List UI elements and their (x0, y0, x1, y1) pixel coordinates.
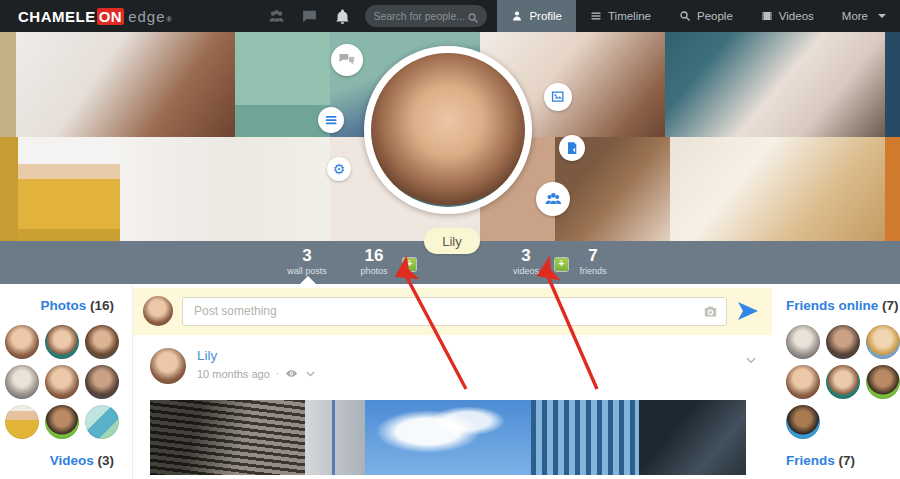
tab-profile[interactable]: Profile (497, 0, 576, 32)
navbar-tabs: Profile Timeline People Videos More (497, 0, 900, 32)
friend-avatar[interactable] (826, 325, 860, 359)
friends-label: friends (566, 266, 620, 276)
friends-group-icon (544, 190, 563, 209)
friend-avatar[interactable] (866, 325, 900, 359)
photo-thumbnail[interactable] (45, 325, 79, 359)
post-image-city[interactable] (150, 400, 746, 475)
settings-button[interactable]: ⚙ (327, 157, 351, 181)
messages-icon[interactable] (301, 8, 318, 25)
send-post-button[interactable] (736, 299, 760, 323)
tab-timeline[interactable]: Timeline (576, 0, 665, 32)
post-author-name[interactable]: Lily (197, 348, 317, 363)
cover-photo (665, 32, 885, 137)
feed-column: Lily 10 months ago · (133, 284, 772, 479)
search-icon[interactable] (467, 10, 479, 22)
users-icon[interactable] (268, 8, 285, 25)
photo-thumbnail[interactable] (85, 405, 119, 439)
tab-timeline-label: Timeline (608, 10, 651, 22)
videos-heading-title: Videos (50, 453, 94, 468)
photo-thumbnail[interactable] (85, 325, 119, 359)
friends-heading-count: (7) (839, 453, 856, 468)
post-composer (133, 288, 772, 335)
friend-avatar[interactable] (786, 405, 820, 439)
post-author-avatar[interactable] (150, 348, 186, 384)
photo-icon (550, 89, 565, 104)
tab-people[interactable]: People (665, 0, 747, 32)
people-search-icon (679, 10, 691, 22)
search-bar (365, 5, 487, 27)
add-photo-button[interactable] (544, 83, 572, 111)
friends-online-count: (7) (882, 298, 899, 313)
composer-avatar[interactable] (143, 296, 173, 326)
stat-photos[interactable]: 16 photos + (349, 247, 399, 276)
friends-online-title: Friends online (786, 298, 878, 313)
tab-more[interactable]: More (828, 0, 900, 32)
add-photos-button[interactable]: + (403, 258, 416, 271)
friends-online-heading[interactable]: Friends online (7) (786, 298, 899, 313)
add-video-button[interactable] (559, 135, 585, 161)
wall-post: Lily 10 months ago · (133, 335, 772, 475)
composer-input-wrap (182, 297, 727, 326)
friend-avatar[interactable] (866, 365, 900, 399)
friends-section-heading[interactable]: Friends (7) (786, 453, 899, 468)
wall-posts-label: wall posts (278, 266, 336, 276)
search-input[interactable] (373, 10, 467, 22)
photos-count: 16 (349, 247, 399, 265)
notifications-bell-icon[interactable] (334, 8, 351, 25)
active-tab-notch (300, 276, 316, 284)
cover-photo (235, 32, 330, 137)
hamburger-menu-icon (324, 113, 338, 127)
gear-icon: ⚙ (333, 162, 346, 176)
photo-thumbnail[interactable] (45, 365, 79, 399)
camera-icon[interactable] (702, 303, 719, 320)
chevron-down-icon (878, 14, 886, 18)
logo-text-on: ON (97, 8, 125, 25)
friends-heading-title: Friends (786, 453, 835, 468)
friends-button[interactable] (536, 182, 570, 216)
wall-posts-count: 3 (278, 247, 336, 265)
videos-section-heading[interactable]: Videos (3) (0, 453, 132, 468)
friend-avatar[interactable] (826, 365, 860, 399)
photos-section-heading[interactable]: Photos (16) (0, 298, 132, 313)
stat-videos[interactable]: 3 videos + (501, 247, 551, 276)
post-image-segment (531, 400, 638, 475)
profile-avatar[interactable] (364, 46, 532, 214)
cover-photo (885, 32, 900, 137)
cover-photo-collage: ⚙ Lily (0, 32, 900, 241)
friend-avatar[interactable] (786, 365, 820, 399)
photo-thumbnail[interactable] (45, 405, 79, 439)
profile-name: Lily (442, 234, 462, 249)
post-options-chevron-icon[interactable] (744, 353, 758, 367)
app-logo[interactable]: CHAMELEONedge® (18, 8, 172, 25)
photo-thumbnail[interactable] (5, 325, 39, 359)
tab-videos[interactable]: Videos (747, 0, 828, 32)
visibility-eye-icon[interactable] (285, 367, 298, 380)
registered-mark: ® (167, 16, 173, 23)
friend-avatar[interactable] (786, 325, 820, 359)
tab-profile-label: Profile (529, 10, 562, 22)
tab-videos-label: Videos (779, 10, 814, 22)
visibility-caret-icon[interactable] (304, 367, 317, 380)
photo-thumbnail[interactable] (5, 365, 39, 399)
post-input[interactable] (182, 297, 727, 326)
photos-thumbnail-grid (0, 313, 132, 439)
post-header-text: Lily 10 months ago · (197, 348, 317, 384)
video-file-icon (565, 141, 579, 155)
profile-icon (511, 10, 523, 22)
photo-thumbnail[interactable] (85, 365, 119, 399)
menu-button[interactable] (318, 107, 344, 133)
post-timestamp: 10 months ago (197, 368, 270, 380)
cover-photo (120, 137, 330, 241)
friends-count: 7 (566, 247, 620, 265)
profile-page: CHAMELEONedge® Profile (0, 0, 900, 479)
tab-more-label: More (842, 10, 868, 22)
stat-friends[interactable]: 7 friends (566, 247, 620, 276)
photo-thumbnail[interactable] (5, 405, 39, 439)
post-image-segment (305, 400, 365, 475)
chat-button[interactable] (331, 44, 363, 76)
videos-label: videos (501, 266, 551, 276)
cover-photo (670, 137, 885, 241)
navbar-icon-group (268, 8, 351, 25)
logo-text-1: CHAMELE (18, 8, 96, 25)
stat-wall-posts[interactable]: 3 wall posts (278, 247, 336, 276)
